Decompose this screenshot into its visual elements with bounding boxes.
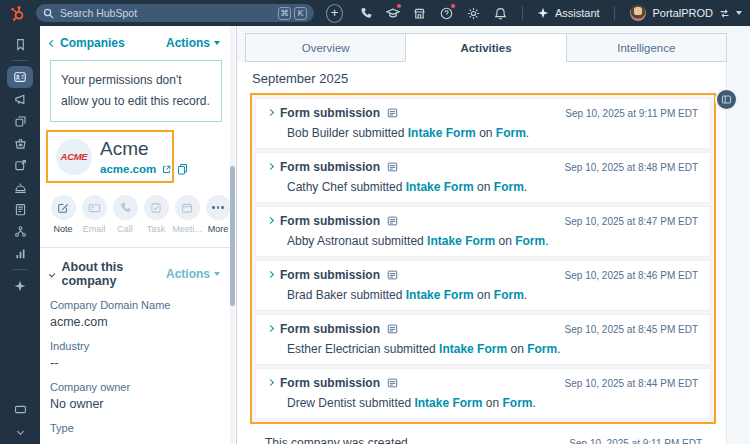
activities-sheet: September 2025 Form submission Sep 10, 2… — [237, 62, 727, 444]
form-page-link[interactable]: Form — [502, 396, 532, 410]
activity-timestamp: Sep 10, 2025 at 8:45 PM EDT — [565, 324, 698, 335]
company-domain-link[interactable]: acme.com — [100, 163, 156, 175]
about-actions-dropdown[interactable]: Actions — [166, 267, 220, 281]
about-section-toggle[interactable]: About this company — [50, 260, 166, 288]
collapse-right-panel-button[interactable] — [715, 88, 738, 111]
activity-card[interactable]: Form submission Sep 10, 2025 at 8:45 PM … — [255, 314, 711, 365]
create-button[interactable]: + — [326, 4, 343, 23]
intake-form-link[interactable]: Intake Form — [406, 288, 474, 302]
submitter-name: Abby Astronaut — [287, 234, 368, 248]
sidebar-item-service[interactable] — [7, 176, 33, 198]
bookmark-icon — [14, 38, 27, 51]
email-button[interactable]: Email — [79, 195, 109, 234]
activity-card[interactable]: Form submission Sep 10, 2025 at 8:46 PM … — [255, 260, 711, 311]
tab-overview[interactable]: Overview — [245, 33, 406, 62]
calls-icon[interactable] — [352, 2, 379, 24]
intake-form-link[interactable]: Intake Form — [408, 126, 476, 140]
assistant-label: Assistant — [555, 7, 600, 19]
expand-chevron-icon[interactable] — [267, 109, 274, 116]
expand-chevron-icon[interactable] — [267, 325, 274, 332]
sidebar-item-marketing[interactable] — [7, 88, 33, 110]
record-actions-dropdown[interactable]: Actions — [166, 36, 220, 50]
sidebar-item-library[interactable] — [7, 198, 33, 220]
sidebar-scroll-more[interactable] — [7, 420, 33, 442]
sidebar-item-copilot[interactable] — [7, 275, 33, 297]
activity-timestamp: Sep 10, 2025 at 8:47 PM EDT — [565, 216, 698, 227]
activity-sentence: Bob Builder submitted Intake Form on For… — [287, 126, 698, 140]
intake-form-link[interactable]: Intake Form — [439, 342, 507, 356]
global-search[interactable]: ⌘ K — [36, 4, 314, 22]
sidebar-item-automations[interactable] — [7, 154, 33, 176]
company-name: Acme — [100, 138, 188, 160]
intake-form-link[interactable]: Intake Form — [427, 234, 495, 248]
company-created-event[interactable]: This company was created Sep 10, 2025 at… — [237, 424, 726, 444]
sidebar-item-workflows[interactable] — [7, 220, 33, 242]
notifications-bell-icon[interactable] — [487, 2, 514, 24]
submitter-name: Bob Builder — [287, 126, 349, 140]
sidebar-item-more-tools[interactable] — [7, 398, 33, 420]
form-page-link[interactable]: Form — [494, 288, 524, 302]
expand-chevron-icon[interactable] — [267, 379, 274, 386]
search-shortcut: ⌘ K — [278, 7, 307, 20]
submitter-name: Drew Dentist — [287, 396, 356, 410]
company-header-highlight: ACME Acme acme.com — [46, 130, 174, 183]
top-navbar: ⌘ K + Assistant PortalPROD — [0, 0, 750, 26]
sidebar-item-bookmarks[interactable] — [7, 33, 33, 55]
search-input[interactable] — [60, 7, 272, 19]
activity-card[interactable]: Form submission Sep 10, 2025 at 8:47 PM … — [255, 206, 711, 257]
panel-scrollbar-thumb[interactable] — [230, 166, 235, 306]
copy-icon[interactable] — [177, 163, 188, 175]
portal-name: PortalPROD — [652, 7, 713, 19]
marketplace-icon[interactable] — [406, 2, 433, 24]
activity-timestamp: Sep 10, 2025 at 8:48 PM EDT — [565, 162, 698, 173]
sidebar-item-crm[interactable] — [7, 66, 33, 88]
tab-intelligence[interactable]: Intelligence — [566, 33, 727, 62]
submitter-name: Esther Electrician — [287, 342, 380, 356]
activity-card[interactable]: Form submission Sep 10, 2025 at 9:11 PM … — [255, 98, 711, 149]
assistant-button[interactable]: Assistant — [531, 7, 606, 19]
activity-sentence: Brad Baker submitted Intake Form on Form… — [287, 288, 698, 302]
chevron-left-icon — [49, 39, 56, 46]
form-page-link[interactable]: Form — [494, 180, 524, 194]
submitter-name: Brad Baker — [287, 288, 347, 302]
hubspot-logo-icon[interactable] — [9, 5, 26, 22]
activity-sentence: Abby Astronaut submitted Intake Form on … — [287, 234, 698, 248]
cmd-key: ⌘ — [278, 7, 291, 20]
settings-gear-icon[interactable] — [460, 2, 487, 24]
form-page-link[interactable]: Form — [515, 234, 545, 248]
about-title-label: About this company — [61, 260, 166, 288]
content-icon — [14, 115, 27, 128]
academy-icon[interactable] — [379, 2, 406, 24]
sidebar-item-reporting[interactable] — [7, 242, 33, 264]
meeting-button[interactable]: Meeti... — [172, 195, 202, 234]
intake-form-link[interactable]: Intake Form — [406, 180, 474, 194]
sidebar-item-commerce[interactable] — [7, 132, 33, 154]
form-page-link[interactable]: Form — [527, 342, 557, 356]
activity-sentence: Cathy Chef submitted Intake Form on Form… — [287, 180, 698, 194]
call-button[interactable]: Call — [110, 195, 140, 234]
service-dome-icon — [14, 181, 27, 194]
actions-label: Actions — [166, 36, 210, 50]
note-button[interactable]: Note — [48, 195, 78, 234]
activity-card[interactable]: Form submission Sep 10, 2025 at 8:48 PM … — [255, 152, 711, 203]
help-icon[interactable] — [433, 2, 460, 24]
field-company-owner: Company owner No owner — [40, 370, 236, 411]
activity-card[interactable]: Form submission Sep 10, 2025 at 8:44 PM … — [255, 368, 711, 419]
more-actions-button[interactable]: More — [203, 195, 233, 234]
account-menu[interactable]: PortalPROD — [622, 5, 750, 21]
expand-chevron-icon[interactable] — [267, 163, 274, 170]
form-page-link[interactable]: Form — [496, 126, 526, 140]
record-tabbar: Overview Activities Intelligence — [245, 33, 727, 62]
expand-chevron-icon[interactable] — [267, 217, 274, 224]
note-pencil-icon — [57, 202, 69, 214]
activity-type-label: Form submission — [280, 106, 380, 120]
intake-form-link[interactable]: Intake Form — [414, 396, 482, 410]
tab-activities[interactable]: Activities — [405, 33, 566, 62]
company-logo: ACME — [56, 139, 92, 175]
submitter-name: Cathy Chef — [287, 180, 347, 194]
expand-chevron-icon[interactable] — [267, 271, 274, 278]
back-to-companies-link[interactable]: Companies — [50, 36, 125, 50]
calendar-icon — [181, 202, 193, 214]
sidebar-item-content[interactable] — [7, 110, 33, 132]
task-button[interactable]: Task — [141, 195, 171, 234]
